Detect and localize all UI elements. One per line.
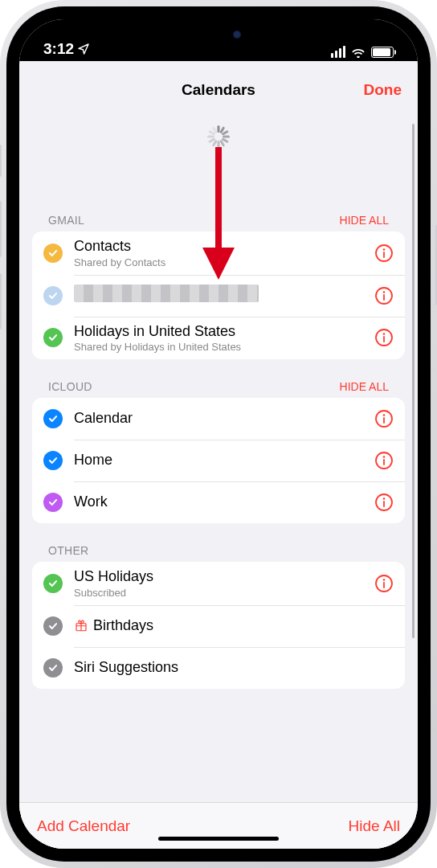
calendar-title: US Holidays (74, 568, 366, 586)
calendar-subtitle: Subscribed (74, 587, 366, 599)
info-icon[interactable] (374, 286, 394, 305)
home-indicator[interactable] (158, 837, 279, 841)
section-hide-all-button[interactable]: HIDE ALL (340, 380, 389, 393)
calendar-title-text: Holidays in United States (74, 323, 235, 339)
hide-all-button[interactable]: Hide All (349, 817, 400, 835)
calendar-title-text: Siri Suggestions (74, 659, 178, 675)
calendar-title-text: Work (74, 493, 108, 510)
battery-icon (371, 47, 394, 58)
content-scroll[interactable]: GMAILHIDE ALLContactsShared by ContactsH… (19, 113, 418, 802)
status-time: 3:12 (43, 40, 74, 58)
svg-point-3 (383, 248, 386, 251)
calendar-text: Siri Suggestions (74, 659, 394, 677)
section-label: ICLOUD (48, 380, 92, 393)
calendar-checkmark[interactable] (43, 574, 63, 593)
sheet-header: Calendars Done (19, 68, 418, 113)
calendar-title (74, 285, 366, 307)
calendar-text: Work (74, 493, 366, 511)
svg-point-9 (383, 334, 386, 336)
section-hide-all-button[interactable]: HIDE ALL (340, 214, 389, 227)
page-title: Calendars (182, 81, 255, 99)
calendars-sheet: Calendars Done GMAILHIDE A (19, 68, 418, 849)
calendar-checkmark[interactable] (43, 409, 63, 428)
calendar-text (74, 285, 366, 307)
calendar-row[interactable]: Siri Suggestions (32, 647, 405, 689)
svg-point-12 (383, 414, 386, 416)
calendar-title: Home (74, 452, 366, 469)
calendar-checkmark[interactable] (43, 616, 63, 636)
svg-marker-1 (202, 248, 235, 280)
calendar-text: Holidays in United StatesShared by Holid… (74, 323, 366, 354)
calendar-text: Home (74, 452, 366, 469)
calendar-checkmark[interactable] (43, 328, 63, 347)
calendar-row[interactable]: US HolidaysSubscribed (32, 562, 405, 605)
info-icon[interactable] (374, 328, 394, 347)
calendar-title: Birthdays (74, 617, 394, 635)
calendar-text: Birthdays (74, 617, 394, 635)
info-icon[interactable] (374, 574, 394, 593)
svg-point-18 (383, 497, 386, 500)
section-label: OTHER (48, 544, 89, 557)
section-header: ICLOUDHIDE ALL (19, 380, 418, 398)
volume-down-button (0, 273, 2, 330)
calendar-subtitle: Shared by Holidays in United States (74, 341, 366, 353)
silent-switch (0, 145, 2, 177)
calendar-group-card: US HolidaysSubscribedBirthdaysSiri Sugge… (32, 562, 405, 689)
info-icon[interactable] (374, 451, 394, 470)
calendar-row[interactable] (32, 275, 405, 317)
add-calendar-button[interactable]: Add Calendar (37, 817, 130, 835)
svg-point-6 (383, 291, 386, 293)
info-icon[interactable] (374, 244, 394, 263)
calendar-checkmark[interactable] (43, 493, 63, 512)
phone-frame: 3:12 Calendars Done (0, 0, 437, 868)
calendar-checkmark[interactable] (43, 658, 63, 678)
calendar-group-card: CalendarHomeWork (32, 398, 405, 523)
notch (126, 19, 311, 48)
annotation-arrow (198, 143, 239, 280)
calendar-title-text: Birthdays (93, 617, 153, 633)
section-label: GMAIL (48, 214, 84, 227)
wifi-icon (350, 47, 366, 58)
redacted-label (74, 285, 259, 302)
calendar-title-text: Contacts (74, 238, 131, 254)
calendar-checkmark[interactable] (43, 244, 63, 263)
scroll-indicator[interactable] (412, 124, 415, 638)
calendar-row[interactable]: Holidays in United StatesShared by Holid… (32, 317, 405, 360)
calendar-row[interactable]: Birthdays (32, 605, 405, 647)
calendar-title-text: US Holidays (74, 568, 153, 584)
calendar-title: Holidays in United States (74, 323, 366, 341)
location-icon (77, 43, 90, 55)
gift-icon (74, 618, 88, 633)
calendar-row[interactable]: Home (32, 440, 405, 481)
calendar-title-text: Home (74, 452, 112, 468)
svg-point-21 (383, 579, 386, 581)
calendar-row[interactable]: Work (32, 481, 405, 523)
calendar-title-text: Calendar (74, 410, 133, 426)
info-icon[interactable] (374, 409, 394, 428)
bottom-toolbar: Add Calendar Hide All (19, 802, 418, 849)
calendar-text: Calendar (74, 410, 366, 428)
calendar-title: Work (74, 493, 366, 511)
calendar-checkmark[interactable] (43, 286, 63, 305)
pull-to-refresh (19, 119, 418, 214)
calendar-text: US HolidaysSubscribed (74, 568, 366, 599)
calendar-title: Siri Suggestions (74, 659, 394, 677)
info-icon[interactable] (374, 493, 394, 512)
svg-point-15 (383, 456, 386, 458)
section-header: OTHER (19, 544, 418, 562)
cell-signal-icon (331, 46, 345, 58)
calendar-checkmark[interactable] (43, 451, 63, 470)
volume-up-button (0, 201, 2, 257)
calendar-row[interactable]: Calendar (32, 398, 405, 440)
calendar-title: Calendar (74, 410, 366, 428)
done-button[interactable]: Done (364, 68, 402, 113)
screen: 3:12 Calendars Done (19, 19, 418, 849)
